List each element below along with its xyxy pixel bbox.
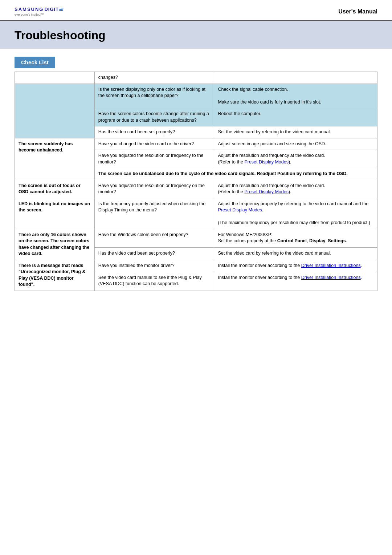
table-row: The screen suddenly has become unbalance… [15,138,377,150]
table-cell-solution: Set the video card by referring to the v… [214,126,377,138]
table-cell-symptom: LED is blinking but no images on the scr… [15,198,95,229]
table-cell-solution: Reboot the computer. [214,108,377,126]
table-cell-question: Is the frequency properly adjusted when … [94,198,214,229]
table-cell-symptom: The screen suddenly has become unbalance… [15,138,95,180]
table-cell-question: changes? [94,72,214,84]
table-row: The screen is out of focus or OSD cannot… [15,180,377,198]
table-cell-solution: Install the monitor driver according to … [214,260,377,272]
table-cell-solution: Adjust the resolution and frequency at t… [214,150,377,168]
bold-text: Display [309,238,325,243]
logo-tagline: everyone's invited™ [15,13,63,16]
table-cell-question: Has the video card been set properly? [94,126,214,138]
symptom-text: The screen suddenly has become unbalance… [19,141,73,153]
driver-installation-link[interactable]: Driver Installation Instructions [301,275,361,280]
table-cell-question: See the video card manual to see if the … [94,272,214,291]
samsung-brand: SAMSUNG [15,7,44,12]
checklist-table: changes? Is the screen displaying only o… [15,72,377,291]
table-cell-solution: Check the signal cable connection.Make s… [214,84,377,108]
section-header: Check List [15,57,55,68]
preset-display-link[interactable]: Preset Display Modes [218,207,262,212]
table-cell-wide-note: The screen can be unbalanced due to the … [94,168,377,180]
table-row: changes? [15,72,377,84]
table-cell-question: Have the screen colors become strange af… [94,108,214,126]
table-cell-symptom: There are only 16 colors shown on the sc… [15,229,95,260]
table-cell-question: Have you adjusted the resolution or freq… [94,150,214,168]
table-cell-solution: Set the video card by referring to the v… [214,248,377,260]
symptom-text: The screen is out of focus or OSD cannot… [19,183,81,195]
checklist-table-container: changes? Is the screen displaying only o… [15,72,377,291]
samsung-logo: SAMSUNG DIGITall [15,7,63,12]
table-cell-question: Have you installed the monitor driver? [94,260,214,272]
table-cell-solution: Adjust the resolution and frequency of t… [214,180,377,198]
symptom-text: There are only 16 colors shown on the sc… [19,232,89,256]
table-cell-question: Have the Windows colors been set properl… [94,229,214,248]
page-title: Troubleshooting [15,29,377,42]
table-row: LED is blinking but no images on the scr… [15,198,377,229]
logo-area: SAMSUNG DIGITall everyone's invited™ [15,7,63,16]
page-header: SAMSUNG DIGITall everyone's invited™ Use… [0,0,392,21]
bold-text: Settings [328,238,346,243]
table-cell-solution: Install the monitor driver according to … [214,272,377,291]
bold-text: Control Panel [277,238,307,243]
table-cell-solution: For Windows ME/2000/XP:Set the colors pr… [214,229,377,248]
table-row: There is a message that reads "Unrecogni… [15,260,377,272]
symptom-text: There is a message that reads "Unrecogni… [19,263,85,287]
table-cell-question: Have you adjusted the resolution or freq… [94,180,214,198]
table-cell-symptom: The screen is out of focus or OSD cannot… [15,180,95,198]
table-row: There are only 16 colors shown on the sc… [15,229,377,248]
driver-installation-link[interactable]: Driver Installation Instructions [301,263,361,268]
preset-display-link[interactable]: Preset Display Modes [244,159,289,165]
all-text: all [59,7,63,12]
table-cell-symptom: There is a message that reads "Unrecogni… [15,260,95,291]
table-cell-question: Is the screen displaying only one color … [94,84,214,108]
section-header-container: Check List [15,57,377,68]
page-title-section: Troubleshooting [0,21,392,49]
manual-title: User's Manual [338,8,377,15]
symptom-text: LED is blinking but no images on the scr… [19,201,90,213]
preset-display-link[interactable]: Preset Display Modes [244,189,289,194]
digit-text: DIGIT [44,7,59,12]
table-cell-symptom [15,72,95,84]
table-cell-question: Have you changed the video card or the d… [94,138,214,150]
table-cell-solution: Adjust the frequency properly by referri… [214,198,377,229]
table-cell-question: Has the video card been set properly? [94,248,214,260]
table-cell-solution: Adjust screen image position and size us… [214,138,377,150]
table-cell-solution [214,72,377,84]
table-row: Is the screen displaying only one color … [15,84,377,108]
table-cell-symptom [15,84,95,138]
